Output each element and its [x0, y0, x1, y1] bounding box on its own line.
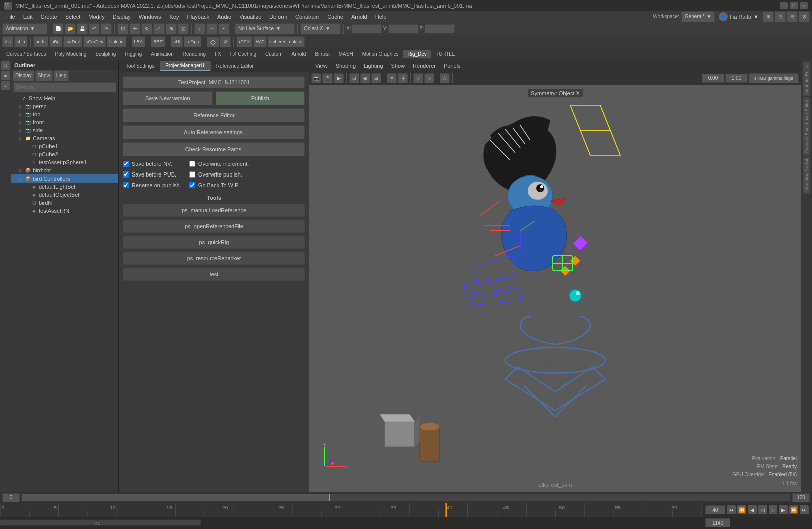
snap-point-btn[interactable]: •: [218, 23, 229, 34]
open-scene-btn[interactable]: 📂: [65, 23, 76, 34]
range-start-input[interactable]: [2, 493, 20, 502]
tree-pcube1[interactable]: ◻ pCube1: [11, 142, 118, 150]
go-to-start-button[interactable]: ⏮: [727, 505, 736, 514]
menu-key[interactable]: Key: [165, 13, 183, 21]
outliner-display-menu[interactable]: Display: [13, 70, 34, 81]
minimize-button[interactable]: −: [780, 2, 788, 9]
tree-pcube2[interactable]: ◻ pCube2: [11, 150, 118, 158]
overwrite-increment-checkbox[interactable]: [189, 161, 195, 167]
coord-z-input[interactable]: [425, 24, 455, 33]
menu-cache[interactable]: Cache: [323, 13, 347, 21]
step-forward-button[interactable]: ▶: [779, 505, 788, 514]
layout-btn-4[interactable]: ⊠: [799, 11, 810, 22]
menu-modify[interactable]: Modify: [84, 13, 108, 21]
vp-grid-btn[interactable]: #: [387, 73, 397, 83]
tab-project-manager[interactable]: ProjectManagerUI: [160, 61, 211, 71]
select-tool-btn[interactable]: ⊡: [117, 23, 128, 34]
frame-range-track[interactable]: 40: [0, 517, 702, 528]
save-before-nv-checkbox[interactable]: [123, 161, 129, 167]
tab-rendering[interactable]: Rendering: [179, 50, 210, 58]
ps-quick-rig-button[interactable]: ps_quickRig: [123, 236, 305, 249]
tree-test-sphere[interactable]: ○ testAsset:pSphere1: [11, 158, 118, 166]
universal-manip-btn[interactable]: ⊕: [166, 23, 177, 34]
vp-wireframe-btn[interactable]: ⊡: [349, 73, 359, 83]
range-slider[interactable]: [22, 494, 790, 501]
rotate-tool-btn[interactable]: ↻: [141, 23, 152, 34]
tab-fxcaching[interactable]: FX Caching: [226, 50, 260, 58]
publish-button[interactable]: Publish: [216, 91, 305, 105]
tab-sculpting[interactable]: Sculpting: [91, 50, 120, 58]
layout-btn-3[interactable]: ⊟: [787, 11, 798, 22]
redo-btn[interactable]: ↷: [101, 23, 112, 34]
channel-box-tab[interactable]: Channel Box / Layer Editor: [803, 98, 810, 156]
snap-grid-btn[interactable]: ⋮: [194, 23, 205, 34]
tab-mash[interactable]: MASH: [335, 50, 357, 58]
workspace-dropdown[interactable]: General* ▼: [681, 11, 715, 22]
timeline[interactable]: 0 5 10 15 20 25 30 35 40 45 50 55 60: [0, 503, 702, 517]
vp-menu-show[interactable]: Show: [389, 62, 407, 70]
close-button[interactable]: ×: [800, 2, 808, 9]
vp-camera-btn[interactable]: 📷: [311, 73, 321, 83]
tab-custom[interactable]: Custom: [261, 50, 286, 58]
color-value-input[interactable]: [702, 74, 724, 83]
tab-rigging[interactable]: Rigging: [121, 50, 146, 58]
save-before-pub-checkbox[interactable]: [123, 171, 129, 178]
menu-constrain[interactable]: Constrain: [291, 13, 323, 21]
ps-resource-repacker-button[interactable]: ps_resourceRepacker: [123, 252, 305, 265]
attribute-editor-tab[interactable]: Attribute Editor: [803, 62, 810, 96]
tree-birdn[interactable]: ◻ birdN: [11, 199, 118, 207]
tab-tool-settings[interactable]: Tool Settings: [121, 62, 159, 70]
menu-file[interactable]: File: [2, 13, 19, 21]
tab-reference-editor[interactable]: Reference Editor: [211, 62, 259, 70]
prev-keyframe-button[interactable]: ⏪: [737, 505, 746, 514]
hat-btn[interactable]: HAT: [253, 36, 267, 47]
tool-strip-btn-1[interactable]: ⊡: [1, 61, 10, 70]
new-scene-btn[interactable]: 📄: [53, 23, 64, 34]
tab-fx[interactable]: FX: [211, 50, 225, 58]
tree-light-set[interactable]: ◈ defaultLightSet: [11, 183, 118, 191]
rbf-btn[interactable]: RBF: [151, 36, 165, 47]
tree-bird-controllers[interactable]: ▷ 📦 bird Controllers: [11, 174, 118, 183]
tab-motion-graphics[interactable]: Motion Graphics: [358, 50, 403, 58]
menu-playback[interactable]: Playback: [183, 13, 213, 21]
play-forward-button[interactable]: ▷: [769, 505, 778, 514]
scale-tool-btn[interactable]: ⤢: [153, 23, 165, 34]
range-end-input[interactable]: [792, 493, 810, 502]
tree-object-set[interactable]: ◈ defaultObjectSet: [11, 191, 118, 199]
vp-menu-view[interactable]: View: [313, 62, 330, 70]
go-to-end-button[interactable]: ⏭: [800, 505, 809, 514]
no-live-surface-dropdown[interactable]: No Live Surface ▼: [235, 23, 295, 34]
save-scene-btn[interactable]: 💾: [77, 23, 88, 34]
vp-display-btn2[interactable]: ▷: [424, 73, 434, 83]
shape-icon[interactable]: ◇: [207, 37, 219, 47]
coord-x-input[interactable]: [352, 24, 382, 33]
tree-show-help[interactable]: ? Show Help: [11, 94, 118, 102]
tree-test-asset-rn[interactable]: ◈ testAssetRN: [11, 207, 118, 215]
tool-strip-btn-2[interactable]: ⊕: [1, 71, 10, 80]
vp-menu-shading[interactable]: Shading: [334, 62, 358, 70]
tool-strip-btn-3[interactable]: ≡: [1, 81, 10, 90]
menu-edit[interactable]: Edit: [19, 13, 37, 21]
tree-top[interactable]: ▷ 📷 top: [11, 110, 118, 118]
tab-arnold[interactable]: Arnold: [287, 50, 310, 58]
tab-turtle[interactable]: TURTLE: [432, 50, 459, 58]
layout-btn-2[interactable]: ⊡: [775, 11, 786, 22]
vp-film-btn[interactable]: 🎬: [322, 73, 333, 83]
outliner-show-menu[interactable]: Show: [35, 70, 53, 81]
rename-on-publish-checkbox[interactable]: [123, 182, 129, 188]
menu-windows[interactable]: Windows: [135, 13, 166, 21]
tree-front[interactable]: ▷ 📷 front: [11, 118, 118, 126]
test-button[interactable]: test: [123, 268, 305, 281]
zoom-value-input[interactable]: [725, 74, 748, 83]
vp-anim-btn[interactable]: ▶: [334, 73, 344, 83]
animation-mode-dropdown[interactable]: Animation ▼: [2, 23, 47, 34]
scurdev-btn[interactable]: sCurDev: [83, 36, 106, 47]
auto-reference-button[interactable]: Auto Reference settings.: [123, 125, 305, 139]
menu-select[interactable]: Select: [61, 13, 85, 21]
tab-curves[interactable]: Curves / Surfaces: [2, 50, 50, 58]
tab-poly[interactable]: Poly Modeling: [51, 50, 90, 58]
menu-display[interactable]: Display: [109, 13, 135, 21]
vp-menu-panels[interactable]: Panels: [442, 62, 463, 70]
tree-cameras[interactable]: ▷ 📁 Cameras: [11, 134, 118, 142]
slib-btn[interactable]: sLib: [14, 36, 28, 47]
